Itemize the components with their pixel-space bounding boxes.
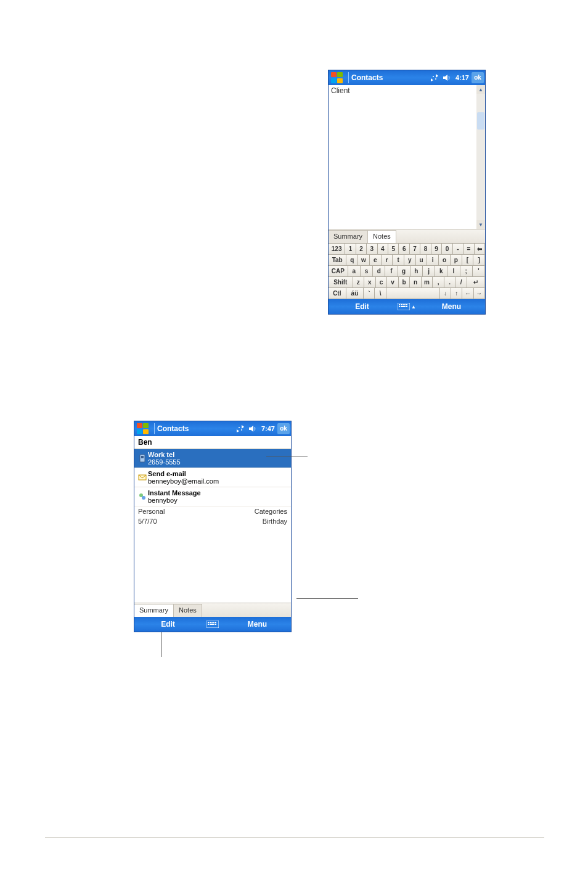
connectivity-icon[interactable] xyxy=(235,424,245,434)
separator xyxy=(154,423,155,434)
svg-rect-4 xyxy=(401,304,402,305)
volume-icon[interactable] xyxy=(248,424,258,434)
key-b[interactable]: b xyxy=(399,277,410,288)
svg-rect-22 xyxy=(213,622,214,623)
key-5[interactable]: 5 xyxy=(388,244,399,255)
key-áü[interactable]: áü xyxy=(346,288,364,299)
key-z[interactable]: z xyxy=(353,277,365,288)
row-title: Instant Message xyxy=(148,489,288,497)
key-[[interactable]: [ xyxy=(462,255,474,266)
key-6[interactable]: 6 xyxy=(399,244,409,255)
tab-summary[interactable]: Summary xyxy=(329,230,368,244)
key-⬅[interactable]: ⬅ xyxy=(475,244,485,255)
key-y[interactable]: y xyxy=(404,255,416,266)
key-w[interactable]: w xyxy=(358,255,370,266)
clock[interactable]: 7:47 xyxy=(261,425,275,432)
key-Shift[interactable]: Shift xyxy=(329,277,353,288)
key-x[interactable]: x xyxy=(364,277,376,288)
menu-softkey[interactable]: Menu xyxy=(224,620,291,629)
key-←[interactable]: ← xyxy=(462,288,473,299)
key-→[interactable]: → xyxy=(474,288,485,299)
scroll-thumb[interactable] xyxy=(477,112,484,130)
info-label: Categories xyxy=(255,508,287,515)
key-123[interactable]: 123 xyxy=(329,244,345,255)
ok-button[interactable]: ok xyxy=(472,72,484,83)
scroll-down-button[interactable]: ▼ xyxy=(476,220,485,229)
key-\[interactable]: \ xyxy=(375,288,386,299)
sip-toggle-button[interactable] xyxy=(202,621,224,628)
key-=[interactable]: = xyxy=(463,244,474,255)
tab-summary[interactable]: Summary xyxy=(134,604,174,618)
key-↑[interactable]: ↑ xyxy=(451,288,462,299)
key-o[interactable]: o xyxy=(439,255,451,266)
key-n[interactable]: n xyxy=(410,277,422,288)
key-h[interactable]: h xyxy=(410,266,423,277)
key-8[interactable]: 8 xyxy=(420,244,431,255)
key-1[interactable]: 1 xyxy=(345,244,356,255)
key-3[interactable]: 3 xyxy=(367,244,377,255)
key-k[interactable]: k xyxy=(435,266,447,277)
key-space[interactable] xyxy=(386,288,440,299)
screenshot-contact-summary: Contacts 7:47 ok Ben Work tel2659-5555 S… xyxy=(134,421,292,632)
key-Tab[interactable]: Tab xyxy=(329,255,346,266)
key-,[interactable]: , xyxy=(433,277,444,288)
key-`[interactable]: ` xyxy=(364,288,375,299)
edit-softkey[interactable]: Edit xyxy=(329,302,396,311)
key-m[interactable]: m xyxy=(422,277,433,288)
key-4[interactable]: 4 xyxy=(378,244,388,255)
edit-softkey[interactable]: Edit xyxy=(134,620,202,629)
connectivity-icon[interactable] xyxy=(430,73,439,83)
key--[interactable]: - xyxy=(453,244,463,255)
key-;[interactable]: ; xyxy=(460,266,473,277)
key-0[interactable]: 0 xyxy=(442,244,452,255)
key-2[interactable]: 2 xyxy=(356,244,367,255)
key-7[interactable]: 7 xyxy=(410,244,420,255)
row-work-tel[interactable]: Work tel2659-5555 xyxy=(134,449,291,468)
key-f[interactable]: f xyxy=(385,266,398,277)
callout-line xyxy=(266,456,308,456)
key-c[interactable]: c xyxy=(376,277,388,288)
key-a[interactable]: a xyxy=(348,266,361,277)
svg-rect-9 xyxy=(401,306,406,307)
scroll-up-button[interactable]: ▲ xyxy=(476,85,485,94)
key-l[interactable]: l xyxy=(447,266,460,277)
key-s[interactable]: s xyxy=(361,266,373,277)
callout-line xyxy=(296,598,358,599)
scrollbar[interactable]: ▲ ▼ xyxy=(476,85,485,229)
key-↓[interactable]: ↓ xyxy=(440,288,451,299)
start-flag-icon[interactable] xyxy=(330,72,344,84)
key-p[interactable]: p xyxy=(451,255,462,266)
key-u[interactable]: u xyxy=(416,255,428,266)
key-j[interactable]: j xyxy=(423,266,435,277)
key-g[interactable]: g xyxy=(398,266,410,277)
menu-softkey[interactable]: Menu xyxy=(418,302,485,311)
start-flag-icon[interactable] xyxy=(136,423,150,435)
scroll-track[interactable] xyxy=(476,94,485,220)
row-send-email[interactable]: Send e-mailbenneyboy@email.com xyxy=(134,468,291,487)
tab-notes[interactable]: Notes xyxy=(368,230,396,244)
key-d[interactable]: d xyxy=(373,266,385,277)
key-t[interactable]: t xyxy=(393,255,404,266)
key-'[interactable]: ' xyxy=(473,266,485,277)
key-e[interactable]: e xyxy=(370,255,382,266)
key-Ctl[interactable]: Ctl xyxy=(329,288,346,299)
svg-rect-8 xyxy=(399,306,400,307)
ok-button[interactable]: ok xyxy=(277,423,290,434)
key-][interactable]: ] xyxy=(473,255,485,266)
key-CAP[interactable]: CAP xyxy=(329,266,348,277)
clock[interactable]: 4:17 xyxy=(455,74,469,81)
key-.[interactable]: . xyxy=(444,277,456,288)
sip-toggle-button[interactable]: ▲ xyxy=(396,303,418,310)
key-q[interactable]: q xyxy=(346,255,358,266)
key-v[interactable]: v xyxy=(387,277,399,288)
key-i[interactable]: i xyxy=(427,255,439,266)
key-9[interactable]: 9 xyxy=(431,244,442,255)
notes-textarea[interactable]: Client ▲ ▼ xyxy=(329,85,485,229)
key-/[interactable]: / xyxy=(455,277,467,288)
tab-bar: Summary Notes xyxy=(329,229,485,243)
tab-notes[interactable]: Notes xyxy=(174,604,202,617)
key-↵[interactable]: ↵ xyxy=(467,277,485,288)
row-instant-message[interactable]: Instant Messagebennyboy xyxy=(134,487,291,506)
key-r[interactable]: r xyxy=(382,255,393,266)
volume-icon[interactable] xyxy=(442,73,452,83)
